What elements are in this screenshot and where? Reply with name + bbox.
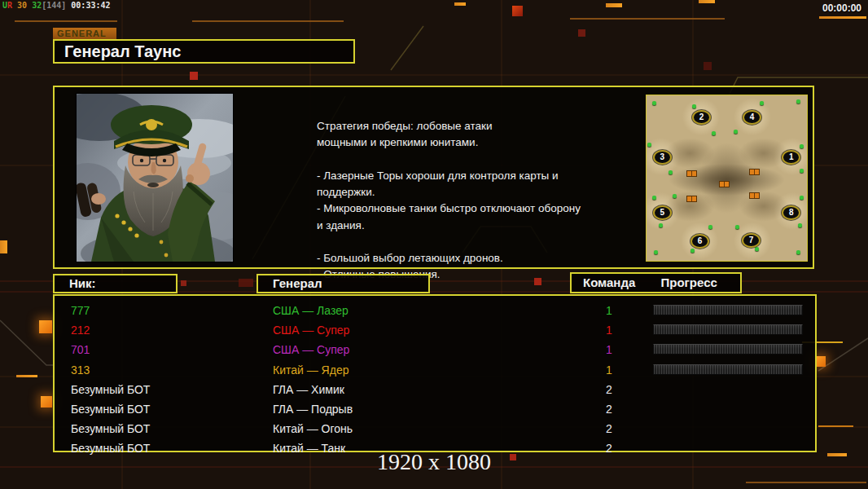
player-nick: 777	[71, 301, 90, 320]
player-nick: 313	[71, 360, 90, 380]
map-tree	[734, 130, 738, 134]
player-general: ГЛА — Химик	[273, 380, 344, 399]
player-row: Безумный БОТГЛА — Подрыв2	[55, 399, 815, 419]
column-header-general: Генерал	[256, 274, 430, 293]
player-row: 777США — Лазер1	[55, 301, 815, 320]
fps-segment: [144]	[42, 1, 66, 10]
spawn-marker: 5	[653, 205, 672, 220]
spawn-marker: 2	[692, 110, 711, 125]
decor-line	[570, 18, 725, 20]
resolution-watermark: 1920 x 1080	[0, 449, 868, 475]
team-header-label: Команда	[583, 274, 635, 292]
loading-lobby-screen: UR 30 32[144] 00:33:42 00:00:00 GENERAL …	[0, 0, 868, 489]
decor-red-square	[239, 279, 253, 287]
map-tree	[755, 247, 759, 251]
nick-header-label: Ник:	[69, 276, 96, 290]
player-team: 2	[597, 380, 621, 399]
player-nick: Безумный БОТ	[71, 419, 150, 438]
general-info-panel: Стратегия победы: лобовые атаки мощными …	[53, 86, 814, 269]
column-header-team-progress: Команда Прогресс	[570, 272, 742, 293]
decor-dash	[16, 375, 37, 377]
player-general: ГЛА — Подрыв	[273, 399, 353, 419]
spawn-marker: 4	[743, 110, 761, 125]
player-table: 777США — Лазер1212США — Супер1701США — С…	[53, 294, 817, 452]
decor-dash	[606, 3, 622, 7]
column-header-nick: Ник:	[53, 274, 178, 293]
player-general: США — Супер	[273, 340, 349, 359]
player-team: 2	[597, 399, 621, 419]
spawn-marker: 8	[782, 205, 800, 220]
fps-segment: 32	[27, 1, 42, 10]
map-tree	[760, 101, 764, 105]
map-tree	[796, 250, 800, 254]
player-row: Безумный БОТГЛА — Химик2	[55, 380, 815, 399]
decor-orange-square	[39, 320, 52, 333]
map-tree	[800, 196, 804, 200]
player-general: Китай — Огонь	[273, 419, 353, 438]
player-rows: 777США — Лазер1212США — Супер1701США — С…	[55, 301, 815, 459]
decor-line	[192, 20, 344, 22]
player-progress-bar	[653, 324, 803, 335]
map-tree	[652, 101, 656, 105]
map-tree	[708, 225, 712, 229]
map-structure	[719, 181, 730, 187]
player-row: 313Китай — Ядер1	[55, 360, 815, 380]
spawn-marker: 7	[742, 233, 761, 248]
general-portrait	[76, 93, 234, 262]
player-team: 2	[597, 419, 621, 438]
title-box: Генерал Таунс	[53, 39, 355, 64]
player-general: Китай — Ядер	[273, 360, 349, 380]
player-general: США — Супер	[273, 320, 349, 340]
fps-segment: 00:33:42	[66, 1, 110, 10]
player-nick: 701	[71, 340, 90, 359]
map-tree	[692, 104, 696, 108]
map-tree	[669, 170, 673, 174]
page-title: Генерал Таунс	[64, 42, 181, 60]
spawn-marker: 6	[690, 234, 709, 249]
strategy-text: Стратегия победы: лобовые атаки мощными …	[317, 118, 602, 284]
map-tree	[798, 223, 802, 227]
map-tree	[735, 225, 739, 229]
general-portrait-art	[77, 94, 233, 262]
player-nick: 212	[71, 320, 90, 340]
map-tree	[690, 249, 695, 253]
general-header-label: Генерал	[273, 276, 322, 290]
player-row: 701США — Супер1	[55, 340, 815, 359]
progress-header-label: Прогресс	[660, 274, 717, 292]
decor-red-square	[578, 29, 585, 37]
map-structure	[749, 169, 760, 175]
decor-dash	[454, 2, 466, 6]
player-progress-bar	[653, 364, 803, 375]
player-team: 1	[597, 360, 621, 380]
match-timer: 00:00:00	[822, 2, 861, 14]
minimap: 24315867	[646, 95, 808, 262]
spawn-marker: 3	[653, 150, 672, 165]
decor-line	[15, 20, 117, 22]
spawn-marker: 1	[782, 150, 800, 165]
map-tree	[647, 143, 651, 147]
player-row: Безумный БОТКитай — Огонь2	[55, 419, 815, 438]
decor-dash	[819, 16, 866, 19]
decor-line	[746, 482, 866, 483]
map-tree	[800, 144, 804, 148]
player-general: США — Лазер	[273, 301, 349, 320]
fps-segment: 30	[12, 1, 27, 10]
map-tree	[800, 169, 804, 173]
decor-red-square	[704, 62, 712, 70]
player-nick: Безумный БОТ	[71, 399, 150, 419]
map-structure	[749, 192, 760, 199]
map-tree	[652, 196, 656, 200]
map-structure	[686, 170, 697, 177]
map-tree	[712, 131, 716, 135]
player-row: 212США — Супер1	[55, 320, 815, 340]
player-team: 1	[597, 320, 621, 340]
decor-red-square	[512, 6, 523, 16]
map-tree	[654, 250, 658, 254]
map-tree	[659, 223, 663, 227]
fps-overlay: UR 30 32[144] 00:33:42	[2, 1, 110, 10]
player-nick: Безумный БОТ	[71, 380, 150, 399]
map-tree	[673, 194, 677, 198]
player-team: 1	[597, 340, 621, 359]
decor-dash	[699, 0, 715, 3]
decor-orange-square	[41, 396, 52, 408]
